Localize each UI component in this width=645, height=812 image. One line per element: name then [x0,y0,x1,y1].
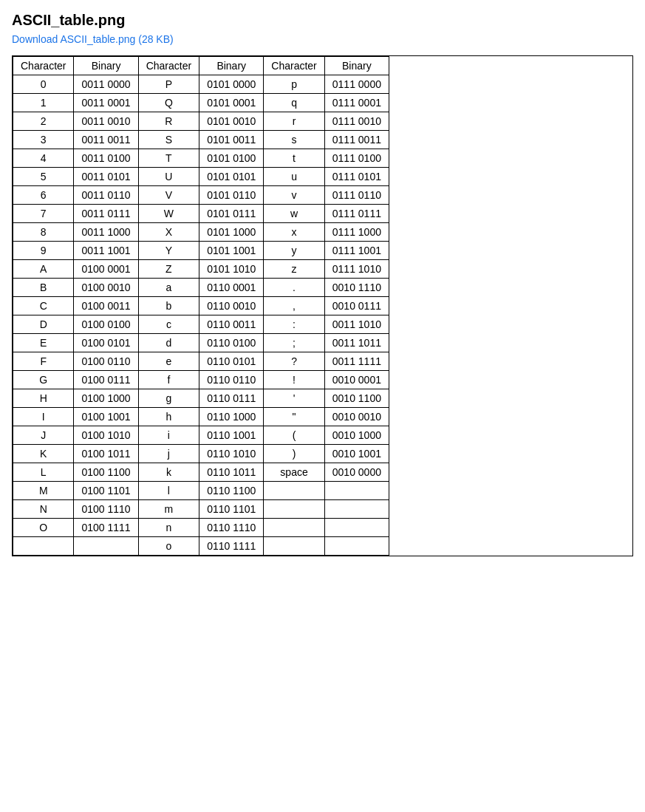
table-cell: Y [138,242,199,260]
table-cell: W [138,205,199,223]
table-cell: B [13,279,74,297]
table-cell: S [138,131,199,149]
table-cell: M [13,482,74,500]
table-cell: 0101 0100 [199,149,264,168]
table-cell: K [13,445,74,463]
table-cell: I [13,408,74,426]
table-cell: 2 [13,112,74,131]
table-cell: ! [264,371,324,389]
table-cell: 5 [13,168,74,186]
table-cell: 0110 0011 [199,315,264,334]
table-cell: E [13,334,74,352]
table-cell: r [264,112,324,131]
table-cell: 0010 1110 [324,279,389,297]
table-cell [264,519,324,537]
table-cell: 0110 1000 [199,408,264,426]
table-cell: 3 [13,131,74,149]
table-cell: q [264,94,324,112]
table-cell: Z [138,260,199,279]
table-row: 90011 1001Y0101 1001y0111 1001 [13,242,389,260]
table-cell: 0010 1100 [324,389,389,408]
table-cell: 0101 1000 [199,223,264,242]
table-cell: 0110 0101 [199,352,264,371]
table-cell: 0110 1110 [199,519,264,537]
table-cell: d [138,334,199,352]
table-cell: G [13,371,74,389]
table-cell: 0101 0101 [199,168,264,186]
table-cell [13,537,74,556]
table-cell: 0100 0110 [74,352,138,371]
table-cell: 0011 0100 [74,149,138,168]
table-cell: 0011 1011 [324,334,389,352]
table-cell: 0011 0101 [74,168,138,186]
table-cell: " [264,408,324,426]
table-cell [264,500,324,519]
table-row: 50011 0101U0101 0101u0111 0101 [13,168,389,186]
table-cell: c [138,315,199,334]
table-cell: 0110 1100 [199,482,264,500]
table-cell: 0011 1000 [74,223,138,242]
table-cell: y [264,242,324,260]
table-cell [264,537,324,556]
table-cell: v [264,186,324,205]
table-cell: 0011 0001 [74,94,138,112]
table-row: N0100 1110m0110 1101 [13,500,389,519]
table-cell: 0011 1111 [324,352,389,371]
table-cell: o [138,537,199,556]
table-cell: m [138,500,199,519]
table-cell: i [138,426,199,445]
table-cell: e [138,352,199,371]
table-row: 30011 0011S0101 0011s0111 0011 [13,131,389,149]
table-cell: 0110 0111 [199,389,264,408]
table-cell: 0110 1011 [199,463,264,482]
table-cell: 0011 0111 [74,205,138,223]
table-row: I0100 1001h0110 1000"0010 0010 [13,408,389,426]
table-row: B0100 0010a0110 0001.0010 1110 [13,279,389,297]
table-cell: w [264,205,324,223]
column-header: Binary [324,57,389,75]
table-cell: 0111 0110 [324,186,389,205]
column-header: Binary [74,57,138,75]
table-cell: 9 [13,242,74,260]
column-header: Character [138,57,199,75]
table-cell: 0010 0010 [324,408,389,426]
table-cell: 0111 1000 [324,223,389,242]
table-cell: 0110 1001 [199,426,264,445]
table-cell: 0100 1111 [74,519,138,537]
table-cell: 0100 0010 [74,279,138,297]
table-cell: 0110 1010 [199,445,264,463]
table-row: F0100 0110e0110 0101?0011 1111 [13,352,389,371]
table-cell: h [138,408,199,426]
table-cell: 0110 0010 [199,297,264,315]
table-row: M0100 1101l0110 1100 [13,482,389,500]
table-row: D0100 0100c0110 0011:0011 1010 [13,315,389,334]
table-cell: ? [264,352,324,371]
table-cell: t [264,149,324,168]
table-cell: 0100 0001 [74,260,138,279]
table-row: 00011 0000P0101 0000p0111 0000 [13,75,389,94]
table-cell: 0111 1001 [324,242,389,260]
table-cell: N [13,500,74,519]
table-cell: 0110 0001 [199,279,264,297]
table-cell: x [264,223,324,242]
table-cell: T [138,149,199,168]
table-cell [74,537,138,556]
table-cell: ) [264,445,324,463]
table-cell: 0111 1010 [324,260,389,279]
download-link[interactable]: Download ASCII_table.png (28 KB) [12,33,633,45]
table-cell: 0101 1010 [199,260,264,279]
table-cell [324,482,389,500]
table-cell: g [138,389,199,408]
table-cell: 0100 0100 [74,315,138,334]
table-cell: space [264,463,324,482]
table-cell: 0100 1011 [74,445,138,463]
table-row: 80011 1000X0101 1000x0111 1000 [13,223,389,242]
table-cell: X [138,223,199,242]
table-cell [324,519,389,537]
table-cell: k [138,463,199,482]
table-cell: P [138,75,199,94]
table-row: G0100 0111f0110 0110!0010 0001 [13,371,389,389]
table-cell: 0100 1000 [74,389,138,408]
table-cell: 0010 0000 [324,463,389,482]
table-row: 70011 0111W0101 0111w0111 0111 [13,205,389,223]
